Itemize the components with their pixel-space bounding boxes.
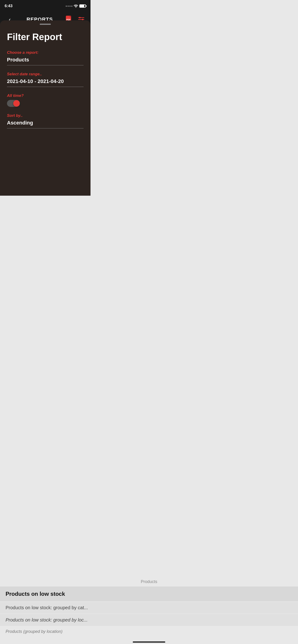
status-bar: 6:43 <box>0 0 91 11</box>
all-time-label: All time? <box>7 94 84 98</box>
date-range-group: Select date range.. 2021-04-10 - 2021-04… <box>7 72 84 87</box>
signal-dots-icon <box>66 6 72 7</box>
all-time-toggle-row <box>7 100 84 107</box>
choose-report-value[interactable]: Products <box>7 57 84 65</box>
status-icons <box>66 4 86 8</box>
svg-rect-3 <box>70 16 71 17</box>
svg-point-8 <box>82 19 83 20</box>
date-range-label: Select date range.. <box>7 72 84 76</box>
sheet-handle[interactable] <box>40 24 51 25</box>
status-time: 6:43 <box>5 4 13 8</box>
svg-point-7 <box>79 17 81 18</box>
choose-report-label: Choose a report: <box>7 50 84 55</box>
all-time-toggle[interactable] <box>7 100 20 107</box>
all-time-group: All time? <box>7 94 84 107</box>
sheet-title: Filter Report <box>7 32 84 42</box>
wifi-icon <box>74 4 78 8</box>
date-range-value[interactable]: 2021-04-10 - 2021-04-20 <box>7 78 84 87</box>
toggle-knob <box>13 100 20 107</box>
sort-by-value[interactable]: Ascending <box>7 120 84 128</box>
sort-by-label: Sort by.. <box>7 113 84 118</box>
battery-icon <box>79 4 86 8</box>
sort-by-group: Sort by.. Ascending <box>7 113 84 128</box>
choose-report-group: Choose a report: Products <box>7 50 84 65</box>
filter-sheet: Filter Report Choose a report: Products … <box>0 20 91 196</box>
